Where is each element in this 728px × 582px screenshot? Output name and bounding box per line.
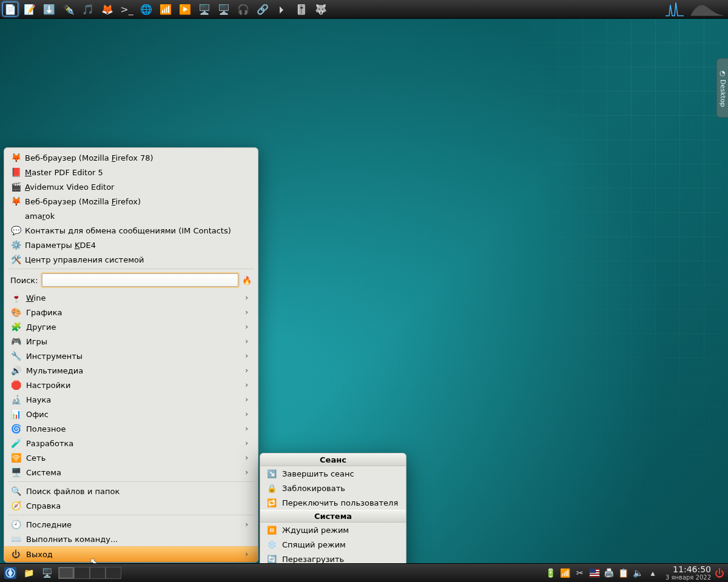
category-label: Wine — [26, 293, 46, 303]
desktop-tab-label: Desktop — [719, 79, 727, 107]
amarok-icon[interactable]: 🐺 — [313, 2, 329, 16]
category-office[interactable]: 📊Офис› — [4, 407, 258, 421]
firefox-icon[interactable]: 🦊 — [99, 2, 115, 16]
category-science[interactable]: 🔬Наука› — [4, 392, 258, 407]
category-system[interactable]: 🖥️Система› — [4, 465, 258, 480]
text-editor-icon[interactable]: ✒️ — [61, 2, 76, 16]
pager-desktop-3[interactable] — [90, 567, 106, 579]
office-icon: 📊 — [10, 409, 21, 420]
power-button[interactable]: ⏻ — [713, 567, 726, 579]
category-label: Выполнить команду... — [26, 535, 118, 544]
category-leave[interactable]: ⏻Выход› — [4, 546, 258, 562]
submenu-arrow-icon: › — [245, 352, 248, 360]
submenu-arrow-icon: › — [245, 337, 248, 346]
category-settings[interactable]: 🛑Настройки› — [4, 378, 258, 392]
category-net[interactable]: 🛜Сеть› — [4, 450, 258, 465]
pager-desktop-1[interactable] — [58, 567, 74, 579]
keyboard-layout-flag[interactable] — [589, 567, 600, 578]
submenu-arrow-icon: › — [245, 453, 248, 462]
category-games[interactable]: 🎮Игры› — [4, 334, 258, 349]
remote-desktop-icon[interactable]: 🖥️ — [216, 2, 232, 16]
category-other[interactable]: 🧩Другие› — [4, 319, 258, 334]
favorite-im-contacts[interactable]: 💬Контакты для обмена сообщениями (IM Con… — [4, 223, 258, 238]
category-label: Наука — [26, 395, 51, 404]
clock[interactable]: 11:46:50 3 января 2022 — [666, 565, 711, 581]
submenu-item-label: Перезагрузить — [282, 555, 344, 564]
favorite-firefox-78[interactable]: 🦊Веб-браузер (Mozilla Firefox 78) — [4, 150, 258, 165]
file-manager-button[interactable]: 📁 — [21, 566, 36, 580]
wordproc-icon[interactable]: 📝 — [22, 2, 38, 16]
leave-switch-user[interactable]: 🔁Переключить пользователя — [260, 495, 406, 510]
search-input[interactable] — [42, 273, 238, 287]
favorite-label: Веб-браузер (Mozilla Firefox) — [25, 197, 141, 206]
show-desktop-button[interactable]: 🖥️ — [39, 566, 55, 580]
favorite-kde4-params[interactable]: ⚙️Параметры KDE4 — [4, 238, 258, 252]
favorite-control-center[interactable]: 🛠️Центр управления системой — [4, 252, 258, 267]
system-monitor-cpu-icon[interactable] — [664, 0, 686, 18]
battery-icon[interactable]: 🔋 — [545, 567, 556, 578]
expand-tray-icon[interactable]: ▴ — [647, 567, 658, 578]
submenu-arrow-icon: › — [245, 424, 248, 433]
writer-icon[interactable]: 📄 — [2, 2, 18, 16]
worldclock-icon[interactable]: 🌐 — [138, 2, 154, 16]
equalizer-icon[interactable]: 📶 — [158, 2, 174, 16]
favorite-master-pdf[interactable]: 📕Master PDF Editor 5 — [4, 165, 258, 179]
volume-icon[interactable]: 🔈 — [633, 567, 644, 578]
category-find[interactable]: 🔍Поиск файлов и папок — [4, 484, 258, 498]
favorite-firefox[interactable]: 🦊Веб-браузер (Mozilla Firefox) — [4, 194, 258, 209]
category-recent[interactable]: 🕘Последние› — [4, 517, 258, 532]
amarok-app-icon — [10, 210, 21, 221]
category-graphics[interactable]: 🎨Графика› — [4, 305, 258, 319]
display-icon[interactable]: 🖥️ — [197, 2, 212, 16]
desktop-pager[interactable] — [58, 567, 121, 579]
category-run[interactable]: ⌨️Выполнить команду... — [4, 532, 258, 546]
menu-separator — [8, 515, 254, 515]
wine-icon: 🍷 — [10, 292, 21, 303]
category-label: Система — [26, 468, 61, 477]
clipboard-icon[interactable]: 📋 — [618, 567, 629, 578]
favorite-avidemux[interactable]: 🎬Avidemux Video Editor — [4, 179, 258, 194]
category-help[interactable]: 🧭Справка — [4, 498, 258, 513]
switch-user-icon: 🔁 — [266, 497, 277, 508]
category-multimedia[interactable]: 🔊Мультимедиа› — [4, 363, 258, 378]
network-bars-icon[interactable]: 📶 — [560, 567, 571, 578]
leave-hibernate[interactable]: ❄️Спящий режим — [260, 537, 406, 552]
music-icon[interactable]: 🎵 — [80, 2, 96, 16]
mediaplayer-icon[interactable]: ▶️ — [177, 2, 193, 16]
submenu-arrow-icon: › — [245, 410, 248, 418]
category-label: Поиск файлов и папок — [26, 487, 120, 496]
submenu-arrow-icon: › — [245, 308, 248, 316]
submenu-arrow-icon: › — [245, 550, 248, 558]
category-wine[interactable]: 🍷Wine› — [4, 290, 258, 305]
category-useful[interactable]: 🌀Полезное› — [4, 421, 258, 436]
sliders-icon[interactable]: 🎚️ — [294, 2, 309, 16]
pager-desktop-4[interactable] — [106, 567, 121, 579]
submenu-arrow-icon: › — [245, 520, 248, 529]
headphones-icon[interactable]: 🎧 — [235, 2, 251, 16]
submenu-item-label: Завершить сеанс — [282, 469, 354, 478]
favorite-label: Avidemux Video Editor — [25, 182, 114, 192]
control-center-icon: 🛠️ — [10, 254, 21, 265]
category-dev[interactable]: 🧪Разработка› — [4, 436, 258, 450]
system-monitor-graph-icon[interactable] — [689, 0, 726, 18]
desktop-wallpaper: 📄📝⬇️✒️🎵🦊>_🌐📶▶️🖥️🖥️🎧🔗⏵🎚️🐺 ◔ Desktop 🦊Веб-… — [0, 0, 728, 582]
leave-suspend[interactable]: ⏸️Ждущий режим — [260, 523, 406, 537]
play-icon[interactable]: ⏵ — [274, 2, 290, 16]
desktop-pager-tab[interactable]: ◔ Desktop — [716, 58, 728, 118]
printer-icon[interactable]: 🖨️ — [604, 567, 615, 578]
clear-search-icon[interactable]: 🔥 — [242, 276, 252, 285]
system-tray: 🔋📶✂🖨️📋🔈▴ — [545, 567, 658, 578]
category-tools[interactable]: 🔧Инструменты› — [4, 349, 258, 363]
category-label: Настройки — [26, 381, 70, 390]
leave-lock[interactable]: 🔒Заблокировать — [260, 481, 406, 495]
scissors-icon[interactable]: ✂ — [575, 567, 585, 578]
leave-logout[interactable]: ↘️Завершить сеанс — [260, 466, 406, 481]
favorite-amarok-app[interactable]: amarok — [4, 209, 258, 223]
download-icon[interactable]: ⬇️ — [41, 2, 57, 16]
share-icon[interactable]: 🔗 — [255, 2, 271, 16]
kickoff-launcher-button[interactable] — [2, 566, 18, 580]
submenu-header: Сеанс — [260, 453, 406, 466]
submenu-arrow-icon: › — [245, 439, 248, 447]
terminal-icon[interactable]: >_ — [119, 2, 135, 16]
pager-desktop-2[interactable] — [74, 567, 90, 579]
